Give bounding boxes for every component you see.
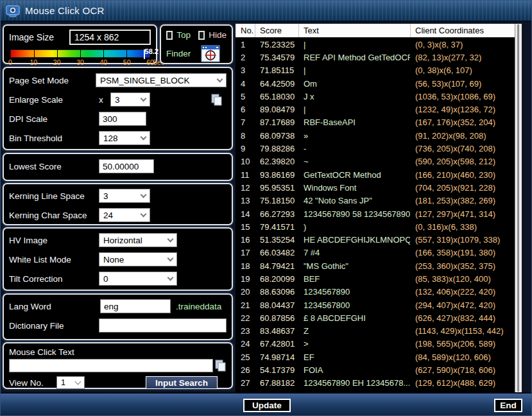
- header-score: Score: [255, 24, 298, 37]
- table-row[interactable]: 6 89.08479 | (1232, 49)x(1236, 72): [236, 103, 515, 116]
- image-size-field[interactable]: [69, 30, 151, 45]
- table-row[interactable]: 3 71.85115 | (0, 38)x(6, 107): [236, 64, 515, 77]
- cell-coords: (129, 612)x(488, 629): [410, 378, 515, 388]
- update-button[interactable]: Update: [243, 399, 291, 412]
- cell-text: 1234567890 58 1234567890: [298, 209, 410, 219]
- lowest-score-label: Lowest Score: [9, 162, 99, 171]
- table-row[interactable]: 18 84.79421 "MS Gothic" (253, 360)x(352,…: [236, 259, 515, 272]
- table-row[interactable]: 23 83.48637 Z (1143, 429)x(1153, 442): [236, 325, 515, 338]
- cell-text: REF API Method GetTedOCR ...: [298, 53, 410, 62]
- table-row[interactable]: 1 75.23325 | (0, 3)x(8, 37): [236, 38, 515, 51]
- cell-no: 15: [236, 222, 255, 232]
- table-row[interactable]: 25 74.98714 EF (84, 589)x(120, 606): [236, 351, 515, 363]
- kerning-char-space-value: 24: [103, 211, 113, 220]
- table-row[interactable]: 19 68.20099 BEF (85, 383)x(120, 400): [236, 272, 515, 285]
- end-button[interactable]: End: [494, 399, 522, 412]
- view-no-select[interactable]: 1: [56, 376, 85, 389]
- kerning-line-space-select[interactable]: 3: [99, 189, 150, 203]
- table-row[interactable]: 26 54.17379 FOIA (627, 590)x(718, 606): [236, 363, 515, 376]
- table-row[interactable]: 22 60.87856 £ 8 ABCDEFGHI (626, 427)x(83…: [236, 311, 515, 324]
- cell-text: >: [298, 339, 410, 349]
- cell-coords: (736, 205)x(740, 208): [410, 144, 515, 153]
- table-row[interactable]: 17 66.03482 7 #4 (166, 358)x(191, 380): [236, 247, 515, 259]
- dpi-scale-field[interactable]: [99, 112, 146, 126]
- enlarge-scale-select[interactable]: 3: [110, 92, 150, 107]
- cell-no: 18: [236, 261, 255, 271]
- table-row[interactable]: 27 67.88182 1234567890 EH 12345678... (1…: [236, 377, 515, 390]
- lowest-score-field[interactable]: [99, 159, 154, 173]
- table-row[interactable]: 12 95.95351 Windows Font (704, 205)x(921…: [236, 181, 515, 194]
- enlarge-scale-label: Enlarge Scale: [9, 95, 99, 105]
- tilt-correction-label: Tilt Correction: [9, 274, 99, 284]
- cell-no: 4: [236, 79, 255, 89]
- hide-checkbox-label: Hide: [209, 30, 227, 40]
- table-row[interactable]: 11 93.86169 GetTextOCR Method (166, 210)…: [236, 168, 515, 181]
- table-row[interactable]: 8 68.09738 » (91, 202)x(98, 208): [236, 129, 515, 142]
- kerning-char-space-select[interactable]: 24: [99, 208, 150, 222]
- bin-threshold-select[interactable]: 128: [99, 131, 150, 145]
- cell-no: 3: [236, 65, 255, 75]
- table-row[interactable]: 14 66.27293 1234567890 58 1234567890 (12…: [236, 207, 515, 220]
- mouse-click-text-field[interactable]: [9, 359, 213, 372]
- timer-ticks: Sec 0102030405060: [10, 58, 150, 66]
- table-row[interactable]: 4 64.42509 Om (56, 53)x(107, 69): [236, 77, 515, 90]
- cell-text: |: [298, 105, 410, 114]
- table-row[interactable]: 9 79.88286 - (736, 205)x(740, 208): [236, 142, 515, 155]
- input-search-label: Input Search: [155, 378, 208, 388]
- cell-no: 12: [236, 183, 255, 193]
- copy-icon[interactable]: [210, 94, 223, 106]
- window-title: Mouse Click OCR: [25, 5, 105, 16]
- cell-score: 71.85115: [255, 65, 298, 75]
- timer-tick-label: 30: [76, 58, 84, 66]
- table-row[interactable]: 5 65.18030 J x (1036, 53)x(1086, 69): [236, 90, 515, 103]
- cell-no: 20: [236, 287, 255, 297]
- tilt-correction-select[interactable]: 0: [99, 272, 177, 286]
- table-row[interactable]: 21 88.04437 1234567800 (294, 407)x(472, …: [236, 299, 515, 311]
- table-row[interactable]: 10 62.39820 ~ (590, 205)x(598, 212): [236, 155, 515, 168]
- cell-text: ~: [298, 157, 410, 166]
- cell-coords: (626, 427)x(832, 444): [410, 313, 515, 323]
- checkbox-top[interactable]: [166, 31, 173, 40]
- cell-no: 8: [236, 131, 255, 141]
- cell-no: 6: [236, 105, 255, 114]
- mouse-click-text-panel: Mouse Click Text View No. 1 Input Search: [3, 342, 233, 389]
- cell-no: 11: [236, 170, 255, 180]
- input-search-button[interactable]: Input Search: [146, 376, 218, 389]
- dpi-scale-label: DPI Scale: [9, 114, 99, 124]
- scrollbar-thumb[interactable]: [517, 24, 519, 392]
- title-bar[interactable]: Mouse Click OCR: [1, 1, 531, 22]
- lang-word-field[interactable]: [100, 299, 171, 313]
- table-row[interactable]: 15 79.41571 ) (0, 316)x(6, 338): [236, 220, 515, 233]
- image-size-label: Image Size: [9, 32, 69, 42]
- hv-image-select[interactable]: Horizontal: [99, 233, 177, 247]
- end-button-label: End: [500, 401, 517, 410]
- white-list-mode-select[interactable]: None: [99, 252, 177, 266]
- lowest-score-panel: Lowest Score: [3, 153, 233, 181]
- table-row[interactable]: 16 51.35254 HE ABCDEFGHIJKLMNOPQR... (55…: [236, 233, 515, 246]
- table-row[interactable]: 24 67.42801 > (198, 565)x(206, 589): [236, 338, 515, 351]
- cell-coords: (166, 358)x(191, 380): [410, 248, 515, 257]
- dictionary-file-field[interactable]: [99, 318, 227, 333]
- bin-threshold-value: 128: [103, 134, 118, 143]
- table-row[interactable]: 20 88.63096 1234567890 (132, 406)x(222, …: [236, 286, 515, 299]
- timer-tick-label: 20: [53, 58, 61, 66]
- cell-no: 26: [236, 365, 255, 375]
- cell-score: 54.17379: [255, 365, 298, 375]
- cell-score: 87.17689: [255, 117, 298, 127]
- cell-text: 42 "Noto Sans JP": [298, 196, 410, 205]
- header-no: No.: [236, 24, 255, 37]
- checkbox-hide[interactable]: [198, 31, 205, 40]
- page-set-mode-select[interactable]: PSM_SINGLE_BLOCK: [96, 73, 227, 87]
- cell-no: 17: [236, 248, 255, 257]
- cell-no: 19: [236, 274, 255, 284]
- cell-score: 74.98714: [255, 352, 298, 362]
- language-panel: Lang Word .traineddata Dictionary File: [3, 293, 233, 340]
- finder-label: Finder: [166, 49, 191, 58]
- vertical-scrollbar[interactable]: [515, 24, 522, 392]
- table-row[interactable]: 2 75.34579 REF API Method GetTedOCR ... …: [236, 51, 515, 64]
- table-row[interactable]: 13 75.18150 42 "Noto Sans JP" (181, 253)…: [236, 195, 515, 207]
- table-row[interactable]: 7 87.17689 RBF-BaseAPI (167, 176)x(352, …: [236, 116, 515, 129]
- finder-icon[interactable]: [201, 45, 220, 62]
- timer-gradient-bar: 58.2: [10, 49, 150, 58]
- copy-icon[interactable]: [214, 360, 227, 372]
